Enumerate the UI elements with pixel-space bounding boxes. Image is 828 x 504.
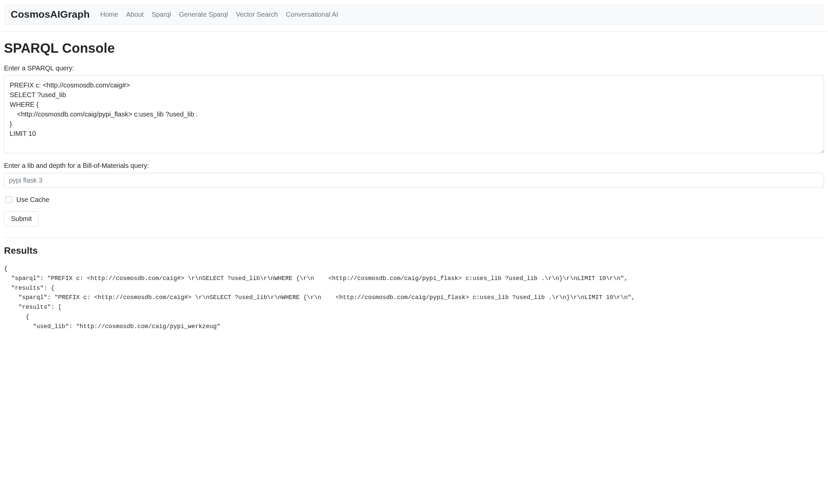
nav-link-generate-sparql[interactable]: Generate Sparql bbox=[179, 11, 228, 18]
page-title: SPARQL Console bbox=[4, 41, 824, 56]
query-form-group: Enter a SPARQL query: bbox=[4, 65, 824, 155]
nav-link-vector-search[interactable]: Vector Search bbox=[236, 11, 278, 18]
results-title: Results bbox=[4, 245, 824, 256]
navbar-brand[interactable]: CosmosAIGraph bbox=[11, 9, 90, 20]
nav-links: Home About Sparql Generate Sparql Vector… bbox=[100, 11, 338, 18]
nav-link-conversational-ai[interactable]: Conversational AI bbox=[286, 11, 338, 18]
query-label: Enter a SPARQL query: bbox=[4, 65, 824, 72]
navbar: CosmosAIGraph Home About Sparql Generate… bbox=[4, 4, 824, 25]
bom-input[interactable] bbox=[4, 173, 824, 188]
use-cache-checkbox[interactable] bbox=[5, 196, 12, 203]
top-divider bbox=[0, 31, 828, 31]
cache-check-group: Use Cache bbox=[4, 195, 824, 204]
bom-label: Enter a lib and depth for a Bill-of-Mate… bbox=[4, 162, 824, 170]
nav-link-sparql[interactable]: Sparql bbox=[152, 11, 171, 18]
results-divider bbox=[4, 238, 824, 238]
use-cache-label: Use Cache bbox=[16, 196, 49, 204]
bom-form-group: Enter a lib and depth for a Bill-of-Mate… bbox=[4, 162, 824, 188]
results-content: { "sparql": "PREFIX c: <http://cosmosdb.… bbox=[4, 264, 824, 331]
submit-button[interactable]: Submit bbox=[4, 211, 39, 226]
nav-link-about[interactable]: About bbox=[126, 11, 143, 18]
nav-link-home[interactable]: Home bbox=[100, 11, 118, 18]
sparql-query-input[interactable] bbox=[4, 76, 824, 153]
